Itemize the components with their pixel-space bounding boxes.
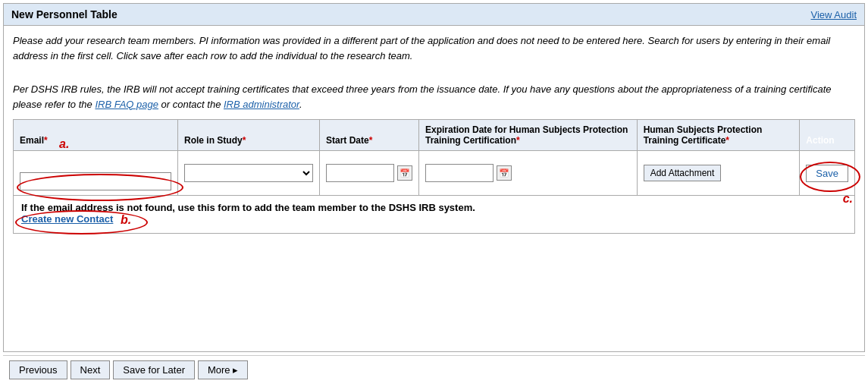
- start-date-wrapper: 📅: [326, 164, 412, 182]
- certificate-required-star: *: [725, 135, 729, 146]
- start-date-cell: 📅: [320, 151, 419, 196]
- table-row: a. Principal Investigator: [14, 151, 855, 196]
- panel-header: New Personnel Table View Audit: [4, 4, 864, 26]
- add-attachment-button[interactable]: Add Attachment: [644, 165, 722, 181]
- start-date-calendar-icon[interactable]: 📅: [397, 165, 412, 181]
- more-arrow-icon: ▸: [233, 364, 238, 376]
- irb-faq-link[interactable]: IRB FAQ page: [95, 99, 158, 110]
- expiration-date-wrapper: 📅: [425, 164, 631, 182]
- role-required-star: *: [243, 135, 246, 146]
- col-header-role: Role in Study*: [178, 120, 320, 151]
- action-cell: Save c.: [800, 151, 855, 196]
- start-date-required-star: *: [369, 135, 373, 146]
- email-cell: a.: [14, 151, 178, 196]
- not-found-cell: If the email address is not found, use t…: [14, 196, 855, 234]
- not-found-text: If the email address is not found, use t…: [21, 202, 475, 213]
- intro-text-2: Per DSHS IRB rules, the IRB will not acc…: [13, 82, 855, 112]
- col-header-action: Action: [800, 120, 855, 151]
- role-cell: Principal Investigator Co-Investigator R…: [178, 151, 320, 196]
- more-label: More: [208, 364, 230, 376]
- annotation-c: c.: [843, 192, 853, 206]
- panel-body: Please add your research team members. P…: [4, 26, 864, 241]
- bottom-bar: Previous Next Save for Later More ▸: [3, 355, 865, 384]
- previous-button[interactable]: Previous: [9, 360, 67, 379]
- expiration-required-star: *: [516, 135, 520, 146]
- col-header-expiration: Expiration Date for Human Subjects Prote…: [419, 120, 638, 151]
- personnel-table: Email* Role in Study* Start Date* Expira…: [13, 119, 855, 234]
- not-found-row: If the email address is not found, use t…: [14, 196, 855, 234]
- create-new-contact-link[interactable]: Create new Contact: [21, 213, 113, 225]
- email-input[interactable]: [20, 172, 171, 190]
- more-button[interactable]: More ▸: [198, 360, 248, 379]
- irb-admin-link[interactable]: IRB administrator: [224, 99, 299, 110]
- col-header-certificate: Human Subjects Protection Training Certi…: [637, 120, 800, 151]
- annotation-a: a.: [59, 137, 69, 151]
- col-header-email: Email*: [14, 120, 178, 151]
- create-contact-wrapper: Create new Contact: [21, 213, 113, 225]
- table-header-row: Email* Role in Study* Start Date* Expira…: [14, 120, 855, 151]
- main-panel: New Personnel Table View Audit Please ad…: [3, 3, 865, 352]
- view-audit-link[interactable]: View Audit: [811, 9, 857, 20]
- intro-text-2-mid: or contact the: [158, 99, 224, 110]
- col-header-start-date: Start Date*: [320, 120, 419, 151]
- save-row-button[interactable]: Save: [806, 165, 848, 182]
- expiration-date-input[interactable]: [425, 164, 494, 182]
- start-date-input[interactable]: [326, 164, 394, 182]
- save-for-later-button[interactable]: Save for Later: [113, 360, 195, 379]
- expiration-date-cell: 📅: [419, 151, 638, 196]
- certificate-cell: Add Attachment: [637, 151, 800, 196]
- page-wrapper: New Personnel Table View Audit Please ad…: [0, 0, 868, 387]
- role-select[interactable]: Principal Investigator Co-Investigator R…: [184, 164, 313, 182]
- next-button[interactable]: Next: [71, 360, 111, 379]
- annotation-b: b.: [121, 213, 131, 226]
- expiration-date-calendar-icon[interactable]: 📅: [497, 165, 512, 181]
- panel-title: New Personnel Table: [11, 8, 118, 20]
- personnel-table-section: Email* Role in Study* Start Date* Expira…: [13, 119, 855, 234]
- intro-text-2-end: .: [299, 99, 302, 110]
- email-required-star: *: [44, 135, 48, 146]
- intro-text-1: Please add your research team members. P…: [13, 33, 855, 63]
